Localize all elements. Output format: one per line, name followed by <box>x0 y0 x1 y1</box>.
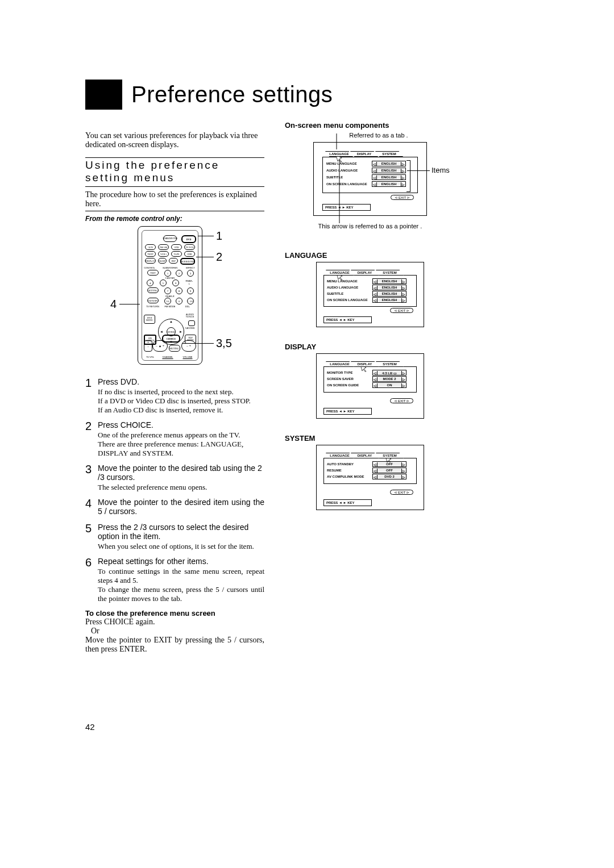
press-key-label: PRESS ◄ ► KEY <box>322 204 371 211</box>
disp-item1-val: ◁4:3 LB ▭▷ <box>372 370 406 375</box>
lead-1-line <box>198 236 214 236</box>
step-2-num: 2 <box>85 420 98 458</box>
page-title: Preference settings <box>122 80 342 110</box>
audio-button <box>188 320 195 326</box>
num-4: 4 <box>147 279 154 286</box>
tab-system-2: SYSTEM <box>376 270 404 276</box>
tab-display-2: DISPLAY <box>351 270 379 276</box>
tab-language: LANGUAGE <box>325 151 353 157</box>
lang2-item4-lbl: ON SCREEN LANGUAGE <box>327 298 372 302</box>
test-button: TEST <box>147 270 159 276</box>
disp-item1-lbl: MONITOR TYPE <box>327 371 372 374</box>
num-7: 7 <box>164 287 171 294</box>
step-6-body: To continue settings in the same menu sc… <box>98 567 264 603</box>
lead-2-num: 2 <box>216 251 222 264</box>
lang2-item2-lbl: AUDIO LANGUAGE <box>327 286 372 289</box>
surround-button: SURROUND <box>180 258 195 265</box>
control-label: CONTROL <box>144 266 155 269</box>
sys-item1-val: ◁OFF▷ <box>372 461 406 467</box>
procedure-intro: The procedure how to set the preferences… <box>85 190 264 211</box>
sys-item2-lbl: RESUME <box>327 469 372 472</box>
catdbs-label: CAT/DBS <box>184 327 196 329</box>
disp-item2-lbl: SCREEN SAVER <box>327 377 372 381</box>
step-2: 2 Press CHOICE. One of the preference me… <box>85 420 264 458</box>
item-menu-lang-value: ◁ENGLISH▷ <box>372 161 406 166</box>
item-audio-lang-value: ◁ENGLISH▷ <box>372 168 406 173</box>
exit-button-4: ⊲ EXIT ⊳ <box>390 490 413 495</box>
right-arrow-icon: ► <box>179 330 182 333</box>
press-key-label-3: PRESS ◄ ► KEY <box>323 408 372 415</box>
item-onscreen-lang-value: ◁ENGLISH▷ <box>372 181 406 187</box>
close-line1: Press CHOICE again. <box>85 617 264 627</box>
tab-language-4: LANGUAGE <box>326 453 354 458</box>
close-line3: Move the pointer to EXIT by pressing the… <box>85 636 264 654</box>
lang2-item2-val: ◁ENGLISH▷ <box>372 285 406 290</box>
items-brace <box>406 160 410 192</box>
exit-button: ⊲ EXIT ⊳ <box>391 195 414 200</box>
item-audio-lang-label: AUDIO LANGUAGE <box>326 169 372 172</box>
close-line2: Or <box>85 627 264 636</box>
muting-button: MUTING <box>169 345 180 352</box>
step-6-head: Repeat settings for other items. <box>98 557 264 566</box>
language-heading: LANGUAGE <box>285 251 455 260</box>
rearl-label: REAR-L <box>185 279 193 286</box>
item-subtitle-value: ◁ENGLISH▷ <box>372 174 406 180</box>
lead-1-num: 1 <box>216 229 222 243</box>
vcr1-button: VCR 1 <box>158 251 169 257</box>
items-leader-line <box>407 170 430 171</box>
sleep-button: SLEEP <box>158 258 167 264</box>
step-3: 3 Move the pointer to the desired tab us… <box>85 464 264 492</box>
sys-item3-val: ◁DVD 2▷ <box>372 474 406 479</box>
num-9: 9 <box>187 287 194 294</box>
aux-button: AUX <box>145 244 156 250</box>
step-1: 1 Press DVD. If no disc is inserted, pro… <box>85 377 264 415</box>
num-2: 2 <box>176 270 182 277</box>
lang2-item3-lbl: SUBTITLE <box>327 292 372 295</box>
lang2-item1-val: ◁ENGLISH▷ <box>372 278 406 284</box>
num-plus10: +10 <box>187 298 194 304</box>
lead-4-num: 4 <box>110 298 117 311</box>
sys-item3-lbl: AV COMPULINK MODE <box>327 475 372 478</box>
tvreturn-label: TV RETURN <box>144 305 161 308</box>
hundred-label: 100+ <box>179 305 196 308</box>
step-4-head: Move the pointer to the desired item usi… <box>98 498 264 516</box>
step-5-head: Press the 2 /3 cursors to select the des… <box>98 523 264 541</box>
num-6: 6 <box>172 279 179 286</box>
banner-black-box <box>85 80 122 110</box>
step-3-body: The selected preference menu opens. <box>98 483 264 492</box>
tab-language-2: LANGUAGE <box>326 270 354 276</box>
tape-button: TAPE <box>171 251 182 257</box>
step-5-body: When you select one of options, it is se… <box>98 542 264 551</box>
osd-system: LANGUAGE DISPLAY SYSTEM AUTO STANDBY◁OFF… <box>316 445 424 510</box>
remote-only-note: From the remote control only: <box>85 215 264 223</box>
pointer-leader-line <box>339 160 340 223</box>
press-key-label-4: PRESS ◄ ► KEY <box>323 499 372 506</box>
osd-language: LANGUAGE DISPLAY SYSTEM MENU LANGUAGE◁EN… <box>316 262 424 327</box>
tab-display-3: DISPLAY <box>351 361 379 367</box>
lead-35-line <box>182 343 214 344</box>
item-menu-lang-label: MENU LANGUAGE <box>326 162 372 165</box>
disp-item3-lbl: ON SCREEN GUIDE <box>327 383 372 387</box>
left-arrow-icon: ◄ <box>160 330 163 333</box>
step-4-num: 4 <box>85 498 98 517</box>
tab-system: SYSTEM <box>375 151 403 157</box>
volume-rocker: − + <box>181 340 196 352</box>
sys-item2-val: ◁OFF▷ <box>372 468 406 473</box>
sys-item1-lbl: AUTO STANDBY <box>327 462 372 466</box>
num-8: 8 <box>176 287 182 294</box>
step-4: 4 Move the pointer to the desired item u… <box>85 498 264 517</box>
tab-leader-line <box>331 133 342 149</box>
disp-item3-val: ◁ON▷ <box>372 382 406 388</box>
num-5: 5 <box>160 279 167 286</box>
step-2-head: Press CHOICE. <box>98 420 264 429</box>
item-subtitle-label: SUBTITLE <box>326 176 372 179</box>
cdr-button: CDR <box>184 251 195 257</box>
lang2-item4-val: ◁ENGLISH▷ <box>372 297 406 303</box>
step-5-num: 5 <box>85 523 98 551</box>
num-3: 3 <box>187 270 194 277</box>
lang2-item1-lbl: MENU LANGUAGE <box>327 279 372 283</box>
tab-note: Referred to as a tab . <box>302 132 455 139</box>
display-heading: DISPLAY <box>285 343 455 351</box>
section-banner: Preference settings <box>85 80 546 110</box>
lead-2-line <box>196 257 214 257</box>
